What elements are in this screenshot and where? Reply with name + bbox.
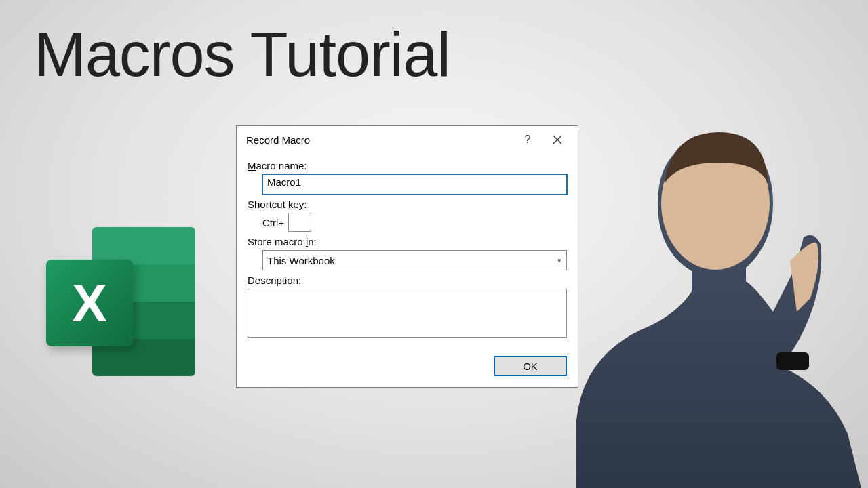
dialog-titlebar[interactable]: Record Macro ? bbox=[237, 126, 578, 153]
help-button[interactable]: ? bbox=[513, 127, 542, 152]
store-macro-in-value: This Workbook bbox=[267, 255, 335, 266]
svg-rect-3 bbox=[776, 352, 809, 370]
shortcut-key-label: Shortcut key: bbox=[248, 199, 567, 210]
excel-logo-letter: X bbox=[72, 272, 107, 334]
page-title: Macros Tutorial bbox=[34, 19, 450, 90]
excel-logo-front: X bbox=[46, 260, 133, 346]
excel-logo: X bbox=[39, 227, 195, 383]
presenter-photo bbox=[542, 68, 868, 488]
macro-name-input[interactable]: Macro1 bbox=[262, 174, 567, 195]
ctrl-plus-label: Ctrl+ bbox=[262, 217, 284, 228]
record-macro-dialog: Record Macro ? Macro name: Macro1 Shortc… bbox=[236, 125, 578, 388]
ok-button[interactable]: OK bbox=[494, 356, 567, 376]
svg-point-2 bbox=[661, 137, 770, 270]
store-macro-in-label: Store macro in: bbox=[248, 236, 567, 247]
close-button[interactable] bbox=[542, 127, 572, 152]
description-input[interactable] bbox=[248, 289, 567, 338]
shortcut-key-input[interactable] bbox=[288, 213, 311, 232]
dialog-title: Record Macro bbox=[246, 134, 513, 146]
store-macro-in-select[interactable]: This Workbook bbox=[262, 250, 567, 270]
close-icon bbox=[553, 135, 562, 144]
description-label: Description: bbox=[248, 274, 567, 286]
macro-name-label: Macro name: bbox=[248, 160, 567, 171]
